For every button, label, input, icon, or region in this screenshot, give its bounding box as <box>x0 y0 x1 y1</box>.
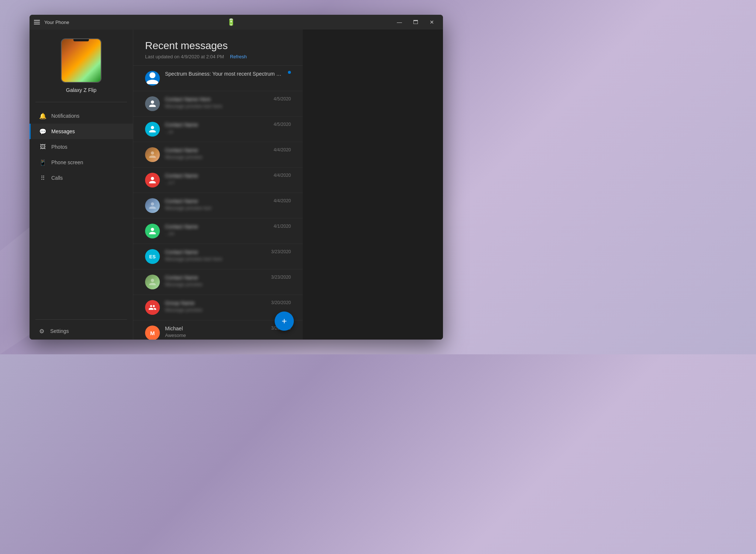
message-preview: Message preview text here <box>165 256 266 262</box>
message-body: Contact Name Message preview text <box>165 198 268 211</box>
message-sender: Spectrum Business: Your most recent Spec… <box>165 71 283 77</box>
device-name: Galaxy Z Flip <box>66 87 96 93</box>
message-preview: ...on <box>165 231 268 236</box>
message-body: Spectrum Business: Your most recent Spec… <box>165 71 283 78</box>
nav-items: 🔔 Notifications 💬 Messages 🖼 Photos 📱 Ph… <box>30 105 133 316</box>
message-body: Contact Name Message preview text here <box>165 249 266 262</box>
unread-indicator <box>288 71 291 74</box>
message-item[interactable]: Contact Name ...ur 4/5/2020 <box>133 117 303 142</box>
message-sender: Contact Name <box>165 249 266 255</box>
avatar <box>145 122 160 137</box>
message-sender: Contact Name <box>165 173 268 179</box>
message-preview: Message preview <box>165 282 266 287</box>
message-sender: Michael <box>165 326 266 331</box>
last-updated-text: Last updated on 4/9/2020 at 2:04 PM <box>145 54 224 59</box>
sidebar-item-settings[interactable]: ⚙ Settings <box>30 323 133 340</box>
maximize-button[interactable]: 🗖 <box>409 17 422 27</box>
app-title: Your Phone <box>44 20 69 25</box>
avatar: M <box>145 326 160 340</box>
message-preview: ...ur <box>165 129 268 134</box>
avatar <box>145 275 160 289</box>
messages-title: Recent messages <box>145 40 291 52</box>
close-button[interactable]: ✕ <box>425 17 439 27</box>
title-bar-left: Your Phone <box>34 20 69 25</box>
message-meta: 3/23/2020 <box>271 249 291 254</box>
message-sender: Contact Name <box>165 224 268 230</box>
message-meta: 3/20/2020 <box>271 300 291 305</box>
message-preview: Message preview <box>165 307 266 313</box>
message-preview: ...s f <box>165 180 268 185</box>
message-meta: 4/5/2020 <box>274 96 291 101</box>
avatar <box>145 198 160 213</box>
avatar <box>145 71 160 86</box>
chat-icon: 💬 <box>39 128 46 135</box>
message-item[interactable]: Contact Name ...s f 4/4/2020 <box>133 168 303 193</box>
message-date: 3/23/2020 <box>271 249 291 254</box>
avatar: ES <box>145 249 160 264</box>
messages-header: Recent messages Last updated on 4/9/2020… <box>133 30 303 65</box>
settings-label: Settings <box>50 328 69 334</box>
sidebar-item-messages[interactable]: 💬 Messages <box>30 124 133 139</box>
photo-icon: 🖼 <box>39 144 46 150</box>
message-date: 4/4/2020 <box>274 198 291 203</box>
sidebar-item-calls[interactable]: ⠿ Calls <box>30 170 133 186</box>
minimize-button[interactable]: — <box>393 17 406 27</box>
compose-button[interactable]: + <box>275 312 294 331</box>
message-date: 4/4/2020 <box>274 147 291 152</box>
avatar <box>145 147 160 162</box>
messages-subtitle: Last updated on 4/9/2020 at 2:04 PM Refr… <box>145 54 291 59</box>
title-bar-controls: — 🗖 ✕ <box>393 17 439 27</box>
message-meta: 4/1/2020 <box>274 224 291 229</box>
phone-icon: 📱 <box>39 159 46 166</box>
bell-icon: 🔔 <box>39 113 46 119</box>
message-preview: Awesome <box>165 333 266 338</box>
messages-list[interactable]: Spectrum Business: Your most recent Spec… <box>133 65 303 340</box>
hamburger-menu-icon[interactable] <box>34 20 40 24</box>
settings-icon: ⚙ <box>38 328 45 334</box>
message-body: Contact Name ...ur <box>165 122 268 134</box>
message-item[interactable]: Contact Name Message preview text 4/4/20… <box>133 193 303 218</box>
nav-label-messages: Messages <box>51 128 75 134</box>
message-preview: Message preview text <box>165 205 268 211</box>
avatar <box>145 173 160 187</box>
right-panel <box>303 30 443 340</box>
message-body: Contact Name Message preview <box>165 147 268 160</box>
message-meta: 4/4/2020 <box>274 147 291 152</box>
sidebar-item-notifications[interactable]: 🔔 Notifications <box>30 108 133 124</box>
message-date: 4/1/2020 <box>274 224 291 229</box>
message-body: Contact Name ...on <box>165 224 268 236</box>
message-body: Michael Awesome <box>165 326 266 338</box>
battery-icon: 🔋 <box>227 18 235 26</box>
message-meta: 4/4/2020 <box>274 198 291 203</box>
avatar <box>145 224 160 238</box>
message-meta: 3/23/2020 <box>271 275 291 280</box>
sidebar-divider-top <box>35 102 127 102</box>
message-item[interactable]: Contact Name Message preview 3/23/2020 <box>133 269 303 295</box>
message-item[interactable]: Spectrum Business: Your most recent Spec… <box>133 66 303 91</box>
sidebar-item-phone-screen[interactable]: 📱 Phone screen <box>30 155 133 170</box>
grid-icon: ⠿ <box>39 175 46 181</box>
message-item[interactable]: Contact Name ...on 4/1/2020 <box>133 218 303 244</box>
message-body: Contact Name Message preview <box>165 275 266 287</box>
message-item[interactable]: Contact Name Here Message preview text h… <box>133 91 303 117</box>
avatar <box>145 96 160 111</box>
sidebar: Galaxy Z Flip 🔔 Notifications 💬 Messages… <box>30 30 133 340</box>
message-preview: Message preview <box>165 154 268 160</box>
nav-label-phone-screen: Phone screen <box>51 159 83 165</box>
app-window: Your Phone 🔋 — 🗖 ✕ Galaxy Z Flip 🔔 Notif… <box>30 15 443 340</box>
refresh-button[interactable]: Refresh <box>230 54 247 59</box>
message-sender: Contact Name Here <box>165 96 268 102</box>
message-sender: Group Name <box>165 300 266 306</box>
sidebar-item-photos[interactable]: 🖼 Photos <box>30 139 133 155</box>
message-item[interactable]: Contact Name Message preview 4/4/2020 <box>133 142 303 168</box>
message-item[interactable]: ES Contact Name Message preview text her… <box>133 244 303 269</box>
message-meta <box>288 71 291 74</box>
nav-label-notifications: Notifications <box>51 113 79 119</box>
message-date: 4/5/2020 <box>274 96 291 101</box>
message-body: Group Name Message preview <box>165 300 266 313</box>
title-bar: Your Phone 🔋 — 🗖 ✕ <box>30 15 443 30</box>
message-body: Contact Name ...s f <box>165 173 268 185</box>
message-sender: Contact Name <box>165 147 268 153</box>
message-meta: 4/5/2020 <box>274 122 291 127</box>
message-sender: Contact Name <box>165 275 266 281</box>
